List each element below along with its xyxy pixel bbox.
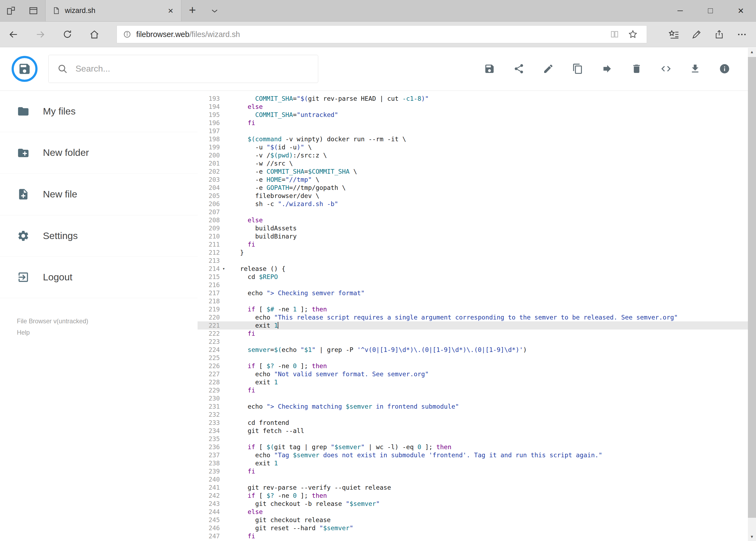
- more-options-icon[interactable]: [730, 22, 753, 47]
- code-line[interactable]: 243 git checkout -b release "$semver": [197, 500, 756, 508]
- delete-button[interactable]: [627, 59, 647, 79]
- copy-button[interactable]: [568, 59, 588, 79]
- code-line[interactable]: 230: [197, 394, 756, 402]
- refresh-icon[interactable]: [54, 22, 81, 47]
- code-line[interactable]: 214▾release () {: [197, 265, 756, 273]
- code-line[interactable]: 204 -e GOPATH=//tmp/gopath \: [197, 184, 756, 192]
- forward-icon[interactable]: [27, 22, 54, 47]
- sidebar-item-new-folder[interactable]: New folder: [0, 132, 197, 174]
- set-tabs-aside-icon[interactable]: [0, 0, 22, 21]
- code-line[interactable]: 227 echo "Not valid semver format. See s…: [197, 370, 756, 378]
- code-button[interactable]: [656, 59, 676, 79]
- code-line[interactable]: 234 git fetch --all: [197, 427, 756, 435]
- edit-button[interactable]: [538, 59, 559, 79]
- share-button[interactable]: [509, 59, 529, 79]
- code-line[interactable]: 240: [197, 475, 756, 483]
- code-line[interactable]: 247 fi: [197, 532, 756, 540]
- code-line[interactable]: 202 -e COMMIT_SHA=$COMMIT_SHA \: [197, 168, 756, 176]
- code-line[interactable]: 199 -u "$(id -u)" \: [197, 143, 756, 151]
- code-line[interactable]: 235: [197, 435, 756, 443]
- sidebar-item-new-file[interactable]: New file: [0, 174, 197, 215]
- save-button[interactable]: [479, 59, 500, 79]
- code-line[interactable]: 228 exit 1: [197, 378, 756, 386]
- search-input[interactable]: [76, 64, 318, 74]
- code-line[interactable]: 216: [197, 281, 756, 289]
- code-line[interactable]: 195 COMMIT_SHA="untracked": [197, 111, 756, 119]
- code-line[interactable]: 246 git reset --hard "$semver": [197, 524, 756, 532]
- reading-view-icon[interactable]: [606, 26, 624, 43]
- code-line[interactable]: 223: [197, 337, 756, 346]
- code-line[interactable]: 238 exit 1: [197, 459, 756, 467]
- search-box[interactable]: [48, 55, 318, 83]
- code-line[interactable]: 200 -v /$(pwd):/src:z \: [197, 151, 756, 159]
- code-line[interactable]: 239 fi: [197, 467, 756, 475]
- address-bar[interactable]: filebrowser.web/files/wizard.sh: [117, 25, 647, 43]
- sidebar-item-my-files[interactable]: My files: [0, 91, 197, 132]
- code-line[interactable]: 226 if [ $? -ne 0 ]; then: [197, 362, 756, 370]
- filebrowser-logo[interactable]: [12, 56, 38, 82]
- code-line[interactable]: 203 -e HOME="//tmp" \: [197, 176, 756, 184]
- code-line[interactable]: 196 fi: [197, 119, 756, 127]
- code-line[interactable]: 245 git checkout release: [197, 516, 756, 524]
- move-button[interactable]: [597, 59, 617, 79]
- code-line[interactable]: 220 echo "This release script requires a…: [197, 313, 756, 321]
- code-line[interactable]: 213: [197, 257, 756, 265]
- code-line[interactable]: 236 if [ $(git tag | grep "$semver" | wc…: [197, 443, 756, 451]
- code-line[interactable]: 210 buildBinary: [197, 232, 756, 241]
- code-line[interactable]: 237 echo "Tag $semver does not exist in …: [197, 451, 756, 459]
- code-line[interactable]: 208 else: [197, 216, 756, 224]
- code-line[interactable]: 222 fi: [197, 329, 756, 337]
- scroll-up-icon[interactable]: ▲: [748, 48, 756, 56]
- code-line[interactable]: 229 fi: [197, 386, 756, 394]
- window-close-button[interactable]: ×: [726, 0, 756, 21]
- sidebar-item-logout[interactable]: Logout: [0, 257, 197, 298]
- fold-marker-icon[interactable]: ▾: [220, 265, 228, 273]
- site-info-icon[interactable]: [123, 30, 131, 39]
- share-icon[interactable]: [708, 22, 730, 47]
- vertical-scrollbar[interactable]: ▲ ▼: [748, 48, 756, 541]
- info-button[interactable]: [714, 59, 735, 79]
- code-line[interactable]: 225: [197, 354, 756, 362]
- code-line[interactable]: 197: [197, 127, 756, 135]
- hub-favorites-icon[interactable]: [662, 22, 685, 47]
- code-line[interactable]: 217 echo "> Checking semver format": [197, 289, 756, 297]
- tab-preview-chevron-icon[interactable]: [203, 0, 226, 21]
- code-line[interactable]: 201 -w //src \: [197, 159, 756, 168]
- code-line[interactable]: 233 cd frontend: [197, 419, 756, 427]
- code-line[interactable]: 231 echo "> Checking matching $semver in…: [197, 402, 756, 410]
- help-link[interactable]: Help: [17, 328, 198, 337]
- minimize-button[interactable]: [665, 0, 695, 21]
- download-button[interactable]: [685, 59, 705, 79]
- code-line[interactable]: 232: [197, 410, 756, 419]
- home-icon[interactable]: [81, 22, 108, 47]
- maximize-button[interactable]: [695, 0, 726, 21]
- code-line[interactable]: 193 COMMIT_SHA="$(git rev-parse HEAD | c…: [197, 95, 756, 103]
- code-line[interactable]: 221 exit 1: [197, 321, 756, 329]
- sidebar-item-settings[interactable]: Settings: [0, 215, 197, 257]
- code-line[interactable]: 241 git rev-parse --verify --quiet relea…: [197, 483, 756, 492]
- code-line[interactable]: 206 sh -c "./wizard.sh -b": [197, 200, 756, 208]
- web-note-pen-icon[interactable]: [685, 22, 708, 47]
- back-icon[interactable]: [0, 22, 27, 47]
- code-editor[interactable]: 193 COMMIT_SHA="$(git rev-parse HEAD | c…: [197, 91, 756, 541]
- code-line[interactable]: 218: [197, 297, 756, 305]
- scrollbar-thumb[interactable]: [748, 57, 756, 518]
- code-line[interactable]: 209 buildAssets: [197, 224, 756, 232]
- url-text[interactable]: filebrowser.web/files/wizard.sh: [136, 30, 606, 39]
- code-line[interactable]: 224 semver=$(echo "$1" | grep -P '^v(0|[…: [197, 346, 756, 354]
- code-line[interactable]: 211 fi: [197, 241, 756, 249]
- browser-tab[interactable]: wizard.sh ×: [45, 0, 181, 21]
- code-line[interactable]: 205 filebrowser/dev \: [197, 192, 756, 200]
- code-line[interactable]: 219 if [ $# -ne 1 ]; then: [197, 305, 756, 313]
- scroll-down-icon[interactable]: ▼: [748, 533, 756, 541]
- code-line[interactable]: 215 cd $REPO: [197, 273, 756, 281]
- code-line[interactable]: 194 else: [197, 103, 756, 111]
- tabs-set-aside-icon[interactable]: [22, 0, 44, 21]
- code-line[interactable]: 242 if [ $? -ne 0 ]; then: [197, 492, 756, 500]
- new-tab-button[interactable]: +: [181, 0, 203, 21]
- code-line[interactable]: 207: [197, 208, 756, 216]
- code-line[interactable]: 212}: [197, 249, 756, 257]
- code-line[interactable]: 198 $(command -v winpty) docker run --rm…: [197, 135, 756, 143]
- favorite-star-icon[interactable]: [624, 26, 642, 43]
- tab-close-icon[interactable]: ×: [164, 6, 177, 15]
